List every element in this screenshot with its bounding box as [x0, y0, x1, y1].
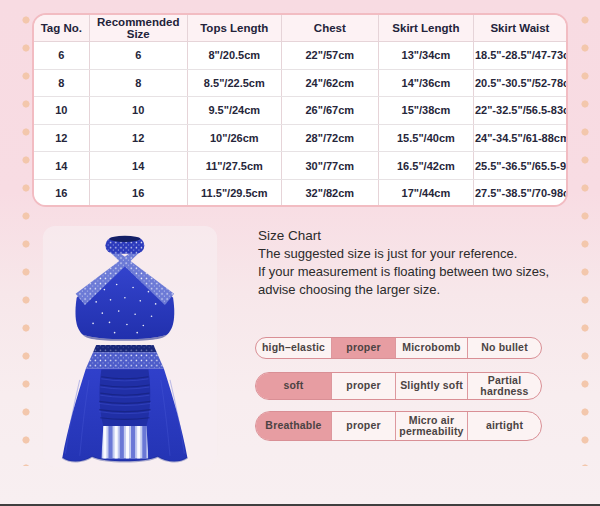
table-cell: 26"/67cm: [281, 97, 378, 125]
table-cell: 32"/82cm: [281, 179, 378, 206]
table-cell: 11.5"/29.5cm: [187, 179, 281, 206]
attribute-cell: proper: [331, 412, 395, 440]
size-note-line: The suggested size is just for your refe…: [258, 245, 558, 263]
dotted-border-right: [581, 16, 589, 466]
dotted-border-left: [22, 16, 30, 466]
table-cell: 13"/34cm: [378, 42, 473, 70]
table-cell: 12: [34, 124, 89, 152]
page-background: Tag No.Recommended SizeTops LengthChestS…: [0, 0, 600, 506]
table-cell: 12: [89, 124, 187, 152]
column-header: Tops Length: [187, 15, 281, 42]
attribute-cell: proper: [331, 373, 395, 399]
table-cell: 16.5"/42cm: [378, 152, 473, 180]
table-row: 121210"/26cm28"/72cm15.5"/40cm24"-34.5"/…: [34, 124, 566, 152]
column-header: Chest: [281, 15, 378, 42]
table-cell: 10: [34, 97, 89, 125]
table-cell: 8: [34, 69, 89, 97]
table-cell: 28"/72cm: [281, 124, 378, 152]
attribute-row: high–elasticproperMicrobombNo bullet: [255, 337, 542, 359]
table-header-row: Tag No.Recommended SizeTops LengthChestS…: [34, 15, 566, 42]
attribute-cell: airtight: [467, 412, 541, 440]
table-cell: 18.5"-28.5"/47-73cm: [473, 42, 566, 70]
table-cell: 11"/27.5cm: [187, 152, 281, 180]
table-row: 161611.5"/29.5cm32"/82cm17"/44cm27.5"-38…: [34, 179, 566, 206]
table-cell: 8: [89, 69, 187, 97]
product-photo: [42, 226, 218, 467]
column-header: Skirt Length: [378, 15, 473, 42]
table-cell: 8.5"/22.5cm: [187, 69, 281, 97]
table-cell: 8"/20.5cm: [187, 42, 281, 70]
attribute-cell: high–elastic: [256, 338, 331, 358]
table-cell: 25.5"-36.5"/65.5-93cm: [473, 152, 566, 180]
table-cell: 14"/36cm: [378, 69, 473, 97]
table-cell: 15"/38cm: [378, 97, 473, 125]
attribute-row: BreathableproperMicro air permeabilityai…: [255, 411, 542, 441]
attribute-cell: Breathable: [256, 412, 331, 440]
attribute-rows: high–elasticproperMicrobombNo bulletsoft…: [255, 337, 542, 441]
attribute-cell: Slightly soft: [395, 373, 467, 399]
table-cell: 22"/57cm: [281, 42, 378, 70]
table-cell: 16: [89, 179, 187, 206]
attribute-cell: proper: [331, 338, 395, 358]
table-cell: 22"-32.5"/56.5-83cm: [473, 97, 566, 125]
table-row: 888.5"/22.5cm24"/62cm14"/36cm20.5"-30.5"…: [34, 69, 566, 97]
size-table: Tag No.Recommended SizeTops LengthChestS…: [34, 15, 566, 207]
table-cell: 15.5"/40cm: [378, 124, 473, 152]
attribute-cell: No bullet: [467, 338, 541, 358]
attribute-cell: Microbomb: [395, 338, 467, 358]
table-cell: 6: [89, 42, 187, 70]
table-cell: 10"/26cm: [187, 124, 281, 152]
table-cell: 24"/62cm: [281, 69, 378, 97]
size-note: Size Chart The suggested size is just fo…: [258, 227, 558, 299]
table-cell: 14: [89, 152, 187, 180]
table-row: 10109.5"/24cm26"/67cm15"/38cm22"-32.5"/5…: [34, 97, 566, 125]
table-cell: 10: [89, 97, 187, 125]
attribute-row: softproperSlightly softPartial hardness: [255, 372, 542, 400]
table-cell: 16: [34, 179, 89, 206]
size-note-line: advise choosing the larger size.: [258, 281, 558, 299]
table-cell: 27.5"-38.5"/70-98cm: [473, 179, 566, 206]
size-note-line: If your measurement is floating between …: [258, 263, 558, 281]
table-cell: 20.5"-30.5"/52-78cm: [473, 69, 566, 97]
table-cell: 9.5"/24cm: [187, 97, 281, 125]
attribute-cell: Micro air permeability: [395, 412, 467, 440]
table-cell: 30"/77cm: [281, 152, 378, 180]
size-table-card: Tag No.Recommended SizeTops LengthChestS…: [32, 13, 568, 207]
table-cell: 17"/44cm: [378, 179, 473, 206]
table-cell: 24"-34.5"/61-88cm: [473, 124, 566, 152]
table-cell: 6: [34, 42, 89, 70]
table-cell: 14: [34, 152, 89, 180]
size-note-title: Size Chart: [258, 227, 558, 245]
table-row: 668"/20.5cm22"/57cm13"/34cm18.5"-28.5"/4…: [34, 42, 566, 70]
table-row: 141411"/27.5cm30"/77cm16.5"/42cm25.5"-36…: [34, 152, 566, 180]
attribute-cell: Partial hardness: [467, 373, 541, 399]
column-header: Tag No.: [34, 15, 89, 42]
column-header: Recommended Size: [89, 15, 187, 42]
column-header: Skirt Waist: [473, 15, 566, 42]
attribute-cell: soft: [256, 373, 331, 399]
